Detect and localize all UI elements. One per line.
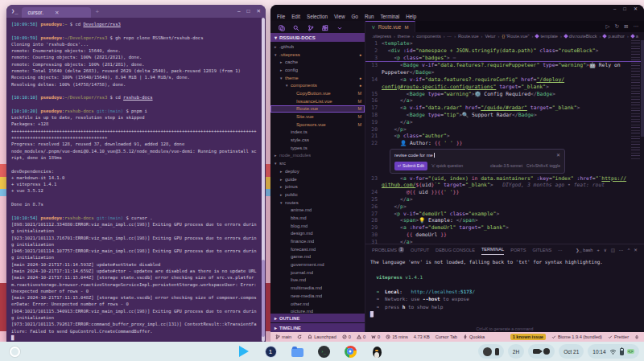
status-item[interactable]: 4.73 KB xyxy=(414,334,430,339)
panel-tab-terminal[interactable]: TERMINAL xyxy=(481,244,504,255)
tab-route-vue[interactable]: V Route.vue M xyxy=(365,21,415,32)
breadcrumb[interactable]: .vitepress›theme›components›⋯›Route.vue›… xyxy=(365,32,644,40)
extensions-icon[interactable] xyxy=(322,20,328,35)
screen-time-chip[interactable]: 2H xyxy=(508,344,524,359)
breadcrumb-item[interactable]: .vitepress xyxy=(372,34,391,39)
panel-tool-icon[interactable]: ∨ xyxy=(604,248,607,252)
terminal-tab[interactable]: cursor. ✕ xyxy=(22,7,91,18)
file-item-picture.md[interactable]: picture.md xyxy=(270,307,365,313)
file-item-types.ts[interactable]: types.ts xyxy=(270,144,365,152)
file-item-Site.vue[interactable]: Site.vueM xyxy=(270,113,365,121)
app-1password-icon[interactable]: 1 xyxy=(264,345,277,358)
status-item[interactable]: 15 mins xyxy=(386,334,408,340)
menu-selection[interactable]: Selection xyxy=(307,14,328,19)
model-selector[interactable]: claude-3.5-sonnet xyxy=(490,162,522,170)
maximize-icon[interactable]: □ xyxy=(623,6,626,11)
minimap[interactable] xyxy=(631,40,640,161)
file-item-IssuanceList.vue[interactable]: IssuanceList.vueM xyxy=(270,97,365,105)
file-item-Sponsors.vue[interactable]: Sponsors.vueM xyxy=(270,121,365,129)
menu-help[interactable]: Help xyxy=(406,14,416,19)
app-linux-icon[interactable] xyxy=(370,345,383,358)
explorer-icon[interactable] xyxy=(279,20,285,35)
editor-action-icon[interactable]: ↻ xyxy=(615,23,619,30)
status-item[interactable]: main xyxy=(275,334,291,340)
panel-tab-⋯[interactable]: ⋯ xyxy=(558,244,563,255)
file-item-bbs.md[interactable]: bbs.md xyxy=(270,214,365,222)
editor-scrollbar[interactable] xyxy=(641,40,644,137)
close-icon[interactable]: ✕ xyxy=(556,152,560,159)
maximize-icon[interactable]: □ xyxy=(247,8,250,14)
menu-terminal[interactable]: Terminal xyxy=(380,14,399,19)
quick-settings-chip[interactable]: 10:14 <> xyxy=(588,344,639,359)
panel-tab-ports[interactable]: PORTS xyxy=(510,244,526,255)
menu-file[interactable]: File xyxy=(277,14,285,19)
source-control-icon[interactable] xyxy=(308,20,314,35)
status-item[interactable]: Biome 1.9.4 (bundled) xyxy=(551,334,602,340)
section-timeline[interactable]: ▸TIMELINE xyxy=(270,323,365,332)
status-item[interactable] xyxy=(297,334,302,340)
file-item-.vitepress[interactable]: ▾.vitepress● xyxy=(270,51,365,59)
file-item-cache[interactable]: ▸cache xyxy=(270,58,365,66)
breadcrumb-item[interactable]: div.routeBlock xyxy=(564,34,597,39)
panel-tool-icon[interactable]: ⋯ xyxy=(619,248,624,252)
search-icon[interactable] xyxy=(293,20,299,35)
file-item-components[interactable]: ▾components● xyxy=(270,81,365,89)
panel-tool-icon[interactable]: + xyxy=(597,248,599,252)
file-item-live.md[interactable]: live.md xyxy=(270,277,365,285)
minimize-icon[interactable]: – xyxy=(237,8,241,14)
ai-prompt-input[interactable]: revise code for me xyxy=(394,152,433,159)
file-item-public[interactable]: ▸public xyxy=(270,191,365,199)
file-item-guide[interactable]: ▸guide xyxy=(270,175,365,183)
file-item-deploy[interactable]: ▸deploy xyxy=(270,167,365,175)
status-item[interactable]: 0 xyxy=(371,334,380,340)
code-editor[interactable]: 1<template>2 <div :id="namespace + JSON.… xyxy=(365,40,644,244)
new-tab-icon[interactable]: + xyxy=(95,8,99,15)
terminal-titlebar[interactable]: ❯_ cursor. ✕ + – □ ✕ xyxy=(6,5,266,18)
breadcrumb-item[interactable]: Route.vue xyxy=(458,34,479,39)
status-item[interactable]: Prettier xyxy=(608,334,629,340)
file-item-Route.vue[interactable]: Route.vueM xyxy=(270,105,365,113)
breadcrumb-item[interactable]: p.author xyxy=(603,34,625,39)
menu-edit[interactable]: Edit xyxy=(291,14,300,19)
status-tray[interactable]: 2H Oct 21 10:14 <> xyxy=(478,344,639,359)
editor-action-icon[interactable]: ▷ xyxy=(606,23,610,30)
app-terminal-icon[interactable]: ›_ xyxy=(317,345,330,358)
status-item[interactable]: Launchpad xyxy=(308,334,336,340)
panel-tab-output[interactable]: OUTPUT xyxy=(411,244,429,255)
tab-close-icon[interactable]: ✕ xyxy=(55,10,59,16)
terminal-profile[interactable]: ❯_ bash xyxy=(576,248,592,252)
terminal-scrollbar[interactable] xyxy=(262,18,265,342)
file-item-multimedia.md[interactable]: multimedia.md xyxy=(270,284,365,292)
editor-action-icon[interactable]: ⋯ xyxy=(634,23,639,30)
file-item-government.md[interactable]: government.md xyxy=(270,260,365,269)
status-item[interactable]: 1 known issue xyxy=(510,334,546,340)
file-item-game.md[interactable]: game.md xyxy=(270,253,365,261)
breadcrumb-item[interactable]: Vetur xyxy=(485,34,495,39)
file-item-src[interactable]: ▾src xyxy=(270,159,365,167)
status-item[interactable]: 0 xyxy=(357,334,365,340)
file-item-joinus[interactable]: ▸joinus xyxy=(270,183,365,191)
breadcrumb-item[interactable]: components xyxy=(416,34,440,39)
menu-run[interactable]: Run xyxy=(365,14,374,19)
breadcrumb-item[interactable]: ⋯ xyxy=(448,34,452,39)
panel-tab-gitlens[interactable]: GITLENS xyxy=(532,244,551,255)
file-item-node_modules[interactable]: ▸node_modules xyxy=(270,152,365,160)
file-item-journal.md[interactable]: journal.md xyxy=(270,269,365,277)
section-outline[interactable]: ▸OUTLINE xyxy=(270,314,365,322)
panel-tab-debug console[interactable]: DEBUG CONSOLE xyxy=(436,244,475,255)
file-item-finance.md[interactable]: finance.md xyxy=(270,237,365,245)
app-files-icon[interactable] xyxy=(291,345,303,358)
breadcrumb-item[interactable]: theme xyxy=(398,34,411,39)
close-icon[interactable]: ✕ xyxy=(634,6,638,11)
file-item-routes[interactable]: ▾routes xyxy=(270,199,365,207)
file-item-style.css[interactable]: style.css xyxy=(270,136,365,144)
file-item-anime.md[interactable]: anime.md xyxy=(270,206,365,214)
panel-tool-icon[interactable]: ✕ xyxy=(634,248,638,252)
integrated-terminal[interactable]: The language 'env' is not loaded, fallin… xyxy=(365,255,644,332)
file-item-blog.md[interactable]: blog.md xyxy=(270,222,365,230)
chevron-down-icon[interactable] xyxy=(336,20,343,35)
file-item-design.md[interactable]: design.md xyxy=(270,230,365,238)
minimize-icon[interactable]: – xyxy=(613,6,616,11)
panel-tab-problems[interactable]: PROBLEMS3 xyxy=(372,244,404,255)
file-item-other.md[interactable]: other.md xyxy=(270,300,365,308)
